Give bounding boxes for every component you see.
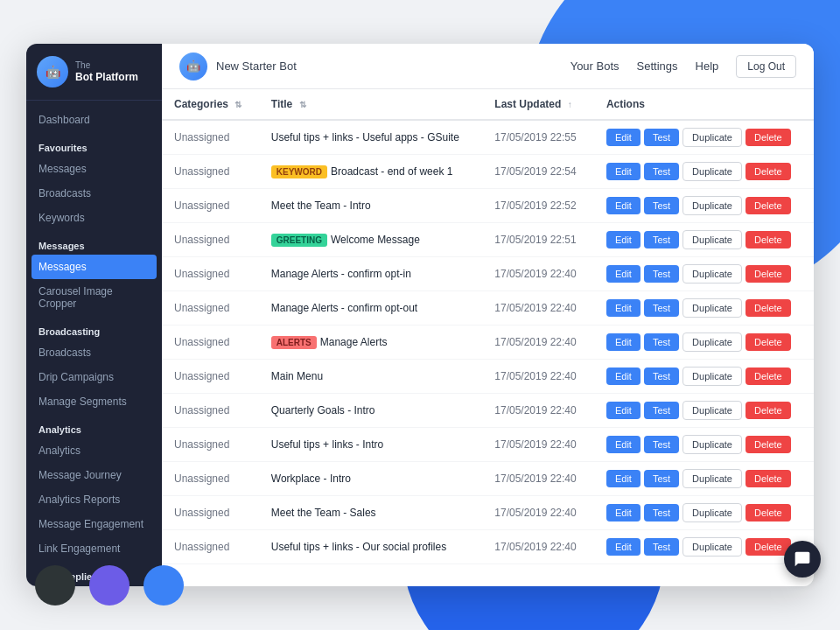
sidebar-item-dashboard[interactable]: Dashboard [26,108,162,132]
edit-button[interactable]: Edit [606,436,640,453]
table-row: UnassignedMeet the Team - Sales17/05/201… [162,496,814,530]
test-button[interactable]: Test [644,299,679,317]
sidebar-item-engagement[interactable]: Message Engagement [26,512,162,536]
delete-button[interactable]: Delete [746,163,791,180]
delete-button[interactable]: Delete [746,436,791,453]
sidebar-item-analytics[interactable]: Analytics [26,438,162,463]
edit-button[interactable]: Edit [606,402,640,419]
categories-sort-icon[interactable]: ⇅ [234,100,242,109]
edit-button[interactable]: Edit [606,231,640,248]
sidebar: 🤖 The Bot Platform Dashboard Favourites … [26,44,162,586]
cell-title: Manage Alerts - confirm opt-in [259,257,483,291]
delete-button[interactable]: Delete [746,129,791,146]
cell-title: ALERTSManage Alerts [259,326,483,360]
duplicate-button[interactable]: Duplicate [682,367,742,386]
sidebar-item-fav-messages[interactable]: Messages [26,157,162,181]
edit-button[interactable]: Edit [606,470,640,487]
duplicate-button[interactable]: Duplicate [682,162,742,181]
delete-button[interactable]: Delete [746,299,791,317]
test-button[interactable]: Test [644,538,679,556]
delete-button[interactable]: Delete [746,333,791,351]
duplicate-button[interactable]: Duplicate [682,230,742,249]
edit-button[interactable]: Edit [606,197,640,214]
edit-button[interactable]: Edit [606,163,640,180]
cell-category: Unassigned [162,120,259,155]
test-button[interactable]: Test [644,402,679,419]
help-link[interactable]: Help [696,60,719,73]
sidebar-item-broadcasts[interactable]: Broadcasts [26,340,162,365]
col-categories: Categories ⇅ [162,89,259,120]
duplicate-button[interactable]: Duplicate [682,332,742,352]
logo-icon: 🤖 [37,56,68,88]
logo-platform: Bot Platform [75,71,138,85]
duplicate-button[interactable]: Duplicate [682,503,742,522]
duplicate-button[interactable]: Duplicate [682,401,742,420]
chat-button[interactable] [784,541,821,578]
duplicate-button[interactable]: Duplicate [682,469,742,488]
logout-button[interactable]: Log Out [736,55,796,78]
test-button[interactable]: Test [644,333,679,351]
delete-button[interactable]: Delete [746,368,791,385]
edit-button[interactable]: Edit [606,538,640,556]
cell-title: GREETINGWelcome Message [259,223,483,257]
delete-button[interactable]: Delete [746,265,791,283]
cell-date: 17/05/2019 22:40 [482,257,594,291]
test-button[interactable]: Test [644,129,679,146]
test-button[interactable]: Test [644,436,679,453]
delete-button[interactable]: Delete [746,470,791,487]
sidebar-item-link-engagement[interactable]: Link Engagement [26,536,162,561]
delete-button[interactable]: Delete [746,504,791,522]
title-sort-icon[interactable]: ⇅ [299,100,306,109]
cell-actions: EditTestDuplicateDelete [594,462,814,496]
cell-date: 17/05/2019 22:52 [482,189,594,223]
your-bots-link[interactable]: Your Bots [570,60,620,73]
test-button[interactable]: Test [644,265,679,283]
cell-category: Unassigned [162,530,259,564]
action-buttons: EditTestDuplicateDelete [606,367,802,386]
cell-category: Unassigned [162,360,259,394]
test-button[interactable]: Test [644,197,679,214]
sidebar-item-segments[interactable]: Manage Segments [26,389,162,414]
sidebar-item-reports[interactable]: Analytics Reports [26,487,162,512]
action-buttons: EditTestDuplicateDelete [606,332,802,352]
edit-button[interactable]: Edit [606,333,640,351]
duplicate-button[interactable]: Duplicate [682,298,742,318]
cell-title: Useful tips + links - Our social profile… [259,530,483,564]
sidebar-item-fav-broadcasts[interactable]: Broadcasts [26,181,162,206]
palette-circle-blue [144,565,184,606]
delete-button[interactable]: Delete [746,402,791,419]
last-updated-sort-icon[interactable]: ↑ [568,100,572,109]
edit-button[interactable]: Edit [606,129,640,146]
test-button[interactable]: Test [644,470,679,487]
cell-category: Unassigned [162,428,259,462]
action-buttons: EditTestDuplicateDelete [606,196,802,215]
delete-button[interactable]: Delete [746,197,791,214]
duplicate-button[interactable]: Duplicate [682,537,742,556]
sidebar-item-carousel[interactable]: Carousel Image Cropper [26,279,162,316]
test-button[interactable]: Test [644,231,679,248]
cell-date: 17/05/2019 22:40 [482,394,594,428]
sidebar-item-drip[interactable]: Drip Campaigns [26,365,162,389]
edit-button[interactable]: Edit [606,299,640,317]
edit-button[interactable]: Edit [606,504,640,522]
table-header-row: Categories ⇅ Title ⇅ Last Updated ↑ Acti… [162,89,814,120]
sidebar-item-messages[interactable]: Messages [32,255,157,279]
test-button[interactable]: Test [644,368,679,385]
delete-button[interactable]: Delete [746,231,791,248]
test-button[interactable]: Test [644,163,679,180]
duplicate-button[interactable]: Duplicate [682,435,742,454]
cell-date: 17/05/2019 22:40 [482,326,594,360]
duplicate-button[interactable]: Duplicate [682,128,742,147]
sidebar-item-journey[interactable]: Message Journey [26,463,162,487]
duplicate-button[interactable]: Duplicate [682,196,742,215]
settings-link[interactable]: Settings [637,60,678,73]
sidebar-item-fav-keywords[interactable]: Keywords [26,206,162,230]
cell-date: 17/05/2019 22:40 [482,462,594,496]
cell-date: 17/05/2019 22:40 [482,496,594,530]
col-title: Title ⇅ [259,89,483,120]
edit-button[interactable]: Edit [606,368,640,385]
duplicate-button[interactable]: Duplicate [682,264,742,284]
test-button[interactable]: Test [644,504,679,522]
cell-title: Useful tips + links - Intro [259,428,483,462]
edit-button[interactable]: Edit [606,265,640,283]
